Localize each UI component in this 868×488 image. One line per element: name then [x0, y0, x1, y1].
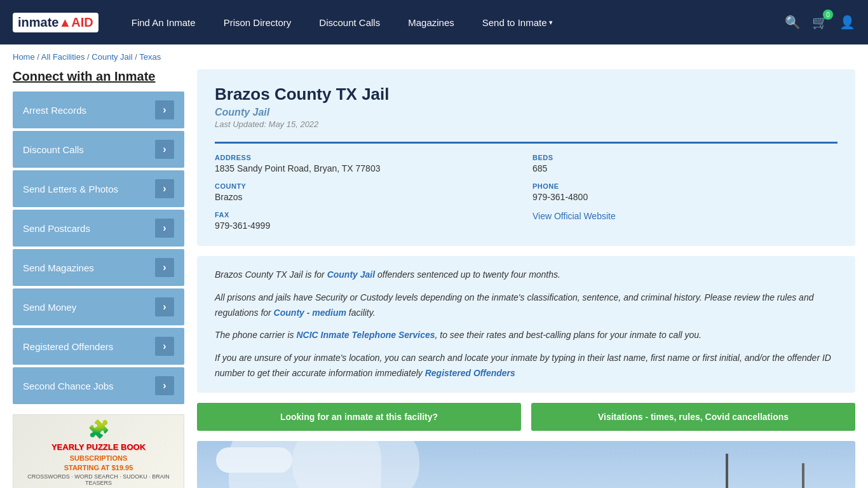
county-value: Brazos — [215, 192, 520, 202]
sidebar-item-send-magazines[interactable]: Send Magazines › — [13, 249, 184, 286]
ad-price: STARTING AT $19.95 — [64, 464, 133, 471]
visitations-button[interactable]: Visitations - times, rules, Covid cancel… — [531, 403, 855, 431]
sidebar-item-discount-calls[interactable]: Discount Calls › — [13, 131, 184, 168]
website-cell: View Official Website — [532, 211, 837, 231]
sidebar-item-registered-offenders[interactable]: Registered Offenders › — [13, 328, 184, 365]
sidebar-title: Connect with an Inmate — [13, 69, 184, 84]
phone-cell: PHONE 979-361-4800 — [532, 182, 837, 202]
dropdown-arrow-icon: ▾ — [549, 18, 553, 27]
desc-para4: If you are unsure of your inmate's locat… — [215, 351, 837, 381]
sidebar-item-label: Arrest Records — [23, 105, 86, 116]
action-buttons: Looking for an inmate at this facility? … — [197, 403, 855, 431]
chevron-right-icon: › — [155, 297, 174, 316]
desc-para3: The phone carrier is NCIC Inmate Telepho… — [215, 328, 837, 343]
looking-for-inmate-button[interactable]: Looking for an inmate at this facility? — [197, 403, 521, 431]
registered-offenders-link[interactable]: Registered Offenders — [425, 368, 515, 378]
sidebar-item-label: Send Postcards — [23, 223, 90, 234]
chevron-right-icon: › — [155, 179, 174, 198]
breadcrumb: Home / All Facilities / County Jail / Te… — [0, 44, 868, 69]
sidebar-item-label: Send Money — [23, 302, 76, 313]
address-cell: ADDRESS 1835 Sandy Point Road, Bryan, TX… — [215, 154, 520, 173]
official-website-link[interactable]: View Official Website — [532, 211, 616, 221]
facility-info-grid: ADDRESS 1835 Sandy Point Road, Bryan, TX… — [215, 142, 837, 231]
cart-badge: 0 — [823, 10, 833, 20]
chevron-right-icon: › — [155, 337, 174, 356]
navbar-icons: 🔍 🛒 0 👤 — [785, 15, 855, 30]
breadcrumb-texas[interactable]: Texas — [139, 52, 161, 62]
chevron-right-icon: › — [155, 258, 174, 277]
county-cell: COUNTY Brazos — [215, 182, 520, 202]
nav-menu: Find An Inmate Prison Directory Discount… — [118, 0, 785, 44]
fax-label: FAX — [215, 211, 520, 219]
county-label: COUNTY — [215, 182, 520, 190]
cart-icon[interactable]: 🛒 0 — [812, 15, 828, 30]
nav-send-to-inmate[interactable]: Send to Inmate ▾ — [468, 0, 567, 44]
ad-subtitle: SUBSCRIPTIONS — [70, 454, 127, 462]
beds-value: 685 — [532, 163, 837, 173]
address-value: 1835 Sandy Point Road, Bryan, TX 77803 — [215, 163, 520, 173]
photo-clouds — [216, 447, 292, 473]
nav-magazines[interactable]: Magazines — [394, 0, 468, 44]
ncic-link[interactable]: NCIC Inmate Telephone Services — [296, 330, 435, 340]
nav-prison-directory[interactable]: Prison Directory — [210, 0, 306, 44]
address-label: ADDRESS — [215, 154, 520, 161]
search-icon[interactable]: 🔍 — [785, 15, 801, 30]
ad-description: CROSSWORDS · WORD SEARCH · SUDOKU · BRAI… — [18, 473, 179, 486]
nav-find-inmate[interactable]: Find An Inmate — [118, 0, 210, 44]
sidebar: Connect with an Inmate Arrest Records › … — [13, 69, 184, 488]
content-area: Brazos County TX Jail County Jail Last U… — [197, 69, 855, 488]
chevron-right-icon: › — [155, 100, 174, 119]
desc-para2: All prisons and jails have Security or C… — [215, 290, 837, 321]
facility-photo — [197, 441, 855, 488]
sidebar-advertisement[interactable]: 🧩 YEARLY PUZZLE BOOK SUBSCRIPTIONS START… — [13, 414, 184, 488]
logo[interactable]: inmate▲AID — [13, 13, 98, 32]
sidebar-item-label: Registered Offenders — [23, 341, 113, 352]
phone-label: PHONE — [532, 182, 837, 190]
facility-description: Brazos County TX Jail is for County Jail… — [197, 256, 855, 393]
photo-pole2 — [802, 463, 804, 488]
navbar: inmate▲AID Find An Inmate Prison Directo… — [0, 0, 868, 44]
facility-card: Brazos County TX Jail County Jail Last U… — [197, 69, 855, 246]
beds-label: BEDS — [532, 154, 837, 161]
sidebar-item-label: Send Magazines — [23, 262, 94, 273]
photo-pole — [726, 454, 728, 488]
county-medium-link[interactable]: County - medium — [274, 308, 346, 318]
beds-cell: BEDS 685 — [532, 154, 837, 173]
ad-title: YEARLY PUZZLE BOOK — [51, 442, 146, 452]
facility-name: Brazos County TX Jail — [215, 85, 837, 104]
sidebar-item-second-chance-jobs[interactable]: Second Chance Jobs › — [13, 367, 184, 404]
breadcrumb-county-jail[interactable]: County Jail — [92, 52, 132, 62]
chevron-right-icon: › — [155, 219, 174, 238]
breadcrumb-all-facilities[interactable]: All Facilities — [41, 52, 85, 62]
phone-value: 979-361-4800 — [532, 192, 837, 202]
fax-value: 979-361-4999 — [215, 220, 520, 231]
fax-cell: FAX 979-361-4999 — [215, 211, 520, 231]
sidebar-menu: Arrest Records › Discount Calls › Send L… — [13, 92, 184, 404]
puzzle-icon: 🧩 — [88, 419, 110, 440]
facility-type: County Jail — [215, 107, 837, 118]
county-jail-link[interactable]: County Jail — [327, 269, 375, 280]
photo-sky — [197, 441, 855, 488]
sidebar-item-send-money[interactable]: Send Money › — [13, 288, 184, 325]
logo-text: inmate▲AID — [18, 15, 93, 30]
desc-para1: Brazos County TX Jail is for County Jail… — [215, 268, 837, 283]
sidebar-item-arrest-records[interactable]: Arrest Records › — [13, 92, 184, 128]
sidebar-item-send-letters[interactable]: Send Letters & Photos › — [13, 170, 184, 207]
sidebar-item-label: Discount Calls — [23, 144, 84, 155]
nav-discount-calls[interactable]: Discount Calls — [305, 0, 394, 44]
chevron-right-icon: › — [155, 376, 174, 395]
chevron-right-icon: › — [155, 140, 174, 159]
breadcrumb-home[interactable]: Home — [13, 52, 35, 62]
facility-last-updated: Last Updated: May 15, 2022 — [215, 119, 837, 129]
sidebar-item-label: Second Chance Jobs — [23, 381, 114, 391]
main-container: Connect with an Inmate Arrest Records › … — [0, 69, 868, 488]
sidebar-item-label: Send Letters & Photos — [23, 184, 118, 194]
user-icon[interactable]: 👤 — [839, 15, 855, 30]
sidebar-item-send-postcards[interactable]: Send Postcards › — [13, 210, 184, 247]
